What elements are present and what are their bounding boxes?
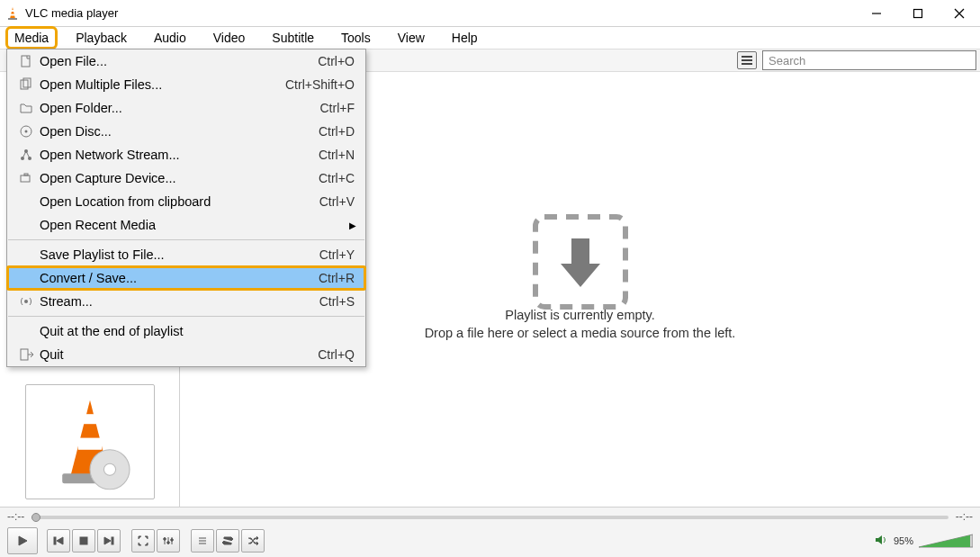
menu-view[interactable]: View: [389, 26, 434, 49]
seek-row: --:-- --:--: [0, 508, 980, 526]
minimize-button[interactable]: [856, 0, 897, 26]
menu-open-file[interactable]: Open File... Ctrl+O: [7, 49, 365, 73]
shuffle-button[interactable]: [241, 529, 265, 553]
svg-rect-3: [8, 18, 17, 20]
window-controls: [856, 0, 980, 26]
svg-rect-29: [21, 349, 28, 360]
menu-subtitle[interactable]: Subtitle: [263, 26, 323, 49]
menu-help[interactable]: Help: [443, 26, 487, 49]
seek-slider[interactable]: [31, 513, 948, 520]
svg-marker-35: [104, 537, 111, 544]
extended-settings-button[interactable]: [157, 529, 180, 553]
menu-audio[interactable]: Audio: [145, 26, 195, 49]
list-view-icon: [741, 54, 753, 67]
menu-open-network-stream[interactable]: Open Network Stream... Ctrl+N: [7, 143, 365, 166]
menu-bar: Media Playback Audio Video Subtitle Tool…: [0, 27, 980, 49]
network-icon: [16, 148, 36, 162]
svg-point-40: [167, 542, 170, 544]
maximize-button[interactable]: [897, 0, 939, 26]
vlc-cone-icon: [40, 392, 139, 491]
svg-rect-33: [80, 537, 87, 544]
svg-point-39: [164, 538, 166, 541]
menu-separator: [8, 316, 364, 317]
svg-rect-1: [11, 10, 14, 12]
title-bar: VLC media player: [0, 0, 980, 27]
view-toggle-button[interactable]: [737, 51, 757, 69]
quit-icon: [16, 347, 36, 362]
svg-rect-12: [82, 414, 98, 424]
svg-rect-10: [742, 63, 752, 65]
svg-rect-2: [10, 13, 14, 15]
menu-save-playlist[interactable]: Save Playlist to File... Ctrl+Y: [7, 243, 365, 266]
svg-marker-45: [876, 535, 882, 544]
menu-open-location-clipboard[interactable]: Open Location from clipboard Ctrl+V: [7, 190, 365, 213]
play-button[interactable]: [7, 527, 38, 554]
time-total: --:--: [956, 510, 973, 523]
svg-rect-9: [742, 59, 752, 61]
menu-open-recent-media[interactable]: Open Recent Media ▶: [7, 213, 365, 237]
files-icon: [16, 77, 36, 92]
menu-quit[interactable]: Quit Ctrl+Q: [7, 343, 365, 366]
menu-open-disc[interactable]: Open Disc... Ctrl+D: [7, 120, 365, 143]
svg-point-41: [171, 539, 174, 542]
capture-icon: [16, 171, 36, 185]
svg-rect-13: [78, 438, 102, 450]
menu-open-capture-device[interactable]: Open Capture Device... Ctrl+C: [7, 166, 365, 190]
fullscreen-button[interactable]: [131, 529, 155, 553]
folder-icon: [16, 101, 36, 115]
svg-marker-30: [19, 536, 27, 545]
next-button[interactable]: [97, 529, 121, 553]
drop-target-icon: [526, 208, 634, 319]
volume-slider[interactable]: [919, 533, 973, 549]
svg-marker-0: [10, 7, 15, 19]
playlist-button[interactable]: [191, 529, 214, 553]
close-button[interactable]: [939, 0, 980, 26]
playback-controls: --:-- --:-- 95%: [0, 507, 980, 557]
svg-rect-8: [742, 56, 752, 58]
menu-quit-end-playlist[interactable]: Quit at the end of playlist: [7, 319, 365, 343]
svg-point-16: [103, 463, 115, 475]
menu-stream[interactable]: Stream... Ctrl+S: [7, 290, 365, 313]
disc-icon: [16, 124, 36, 139]
vlc-app-icon: [5, 6, 20, 21]
search-input[interactable]: Search: [762, 50, 976, 70]
vlc-logo-card: [25, 384, 155, 499]
menu-open-multiple-files[interactable]: Open Multiple Files... Ctrl+Shift+O: [7, 73, 365, 96]
window-title: VLC media player: [25, 6, 856, 20]
menu-separator: [8, 239, 364, 240]
submenu-arrow-icon: ▶: [349, 220, 356, 230]
previous-button[interactable]: [47, 529, 70, 553]
svg-rect-34: [112, 537, 113, 544]
file-icon: [16, 54, 36, 68]
menu-playback[interactable]: Playback: [67, 26, 136, 49]
menu-video[interactable]: Video: [204, 26, 255, 49]
menu-tools[interactable]: Tools: [332, 26, 380, 49]
loop-button[interactable]: [216, 529, 239, 553]
svg-point-28: [24, 300, 28, 303]
speaker-icon[interactable]: [874, 533, 888, 549]
svg-point-22: [25, 130, 28, 133]
menu-open-folder[interactable]: Open Folder... Ctrl+F: [7, 96, 365, 120]
svg-rect-18: [22, 56, 30, 67]
svg-rect-26: [21, 175, 30, 182]
svg-rect-5: [914, 9, 922, 17]
menu-convert-save[interactable]: Convert / Save... Ctrl+R: [7, 266, 365, 290]
volume-percent: 95%: [894, 535, 913, 546]
transport-row: 95%: [0, 526, 980, 556]
svg-rect-27: [24, 174, 28, 175]
media-dropdown-menu: Open File... Ctrl+O Open Multiple Files.…: [6, 49, 366, 367]
time-elapsed: --:--: [7, 510, 24, 523]
svg-rect-31: [54, 537, 56, 544]
svg-marker-32: [57, 537, 63, 544]
stop-button[interactable]: [72, 529, 95, 553]
stream-icon: [16, 294, 36, 309]
menu-media[interactable]: Media: [5, 26, 58, 49]
